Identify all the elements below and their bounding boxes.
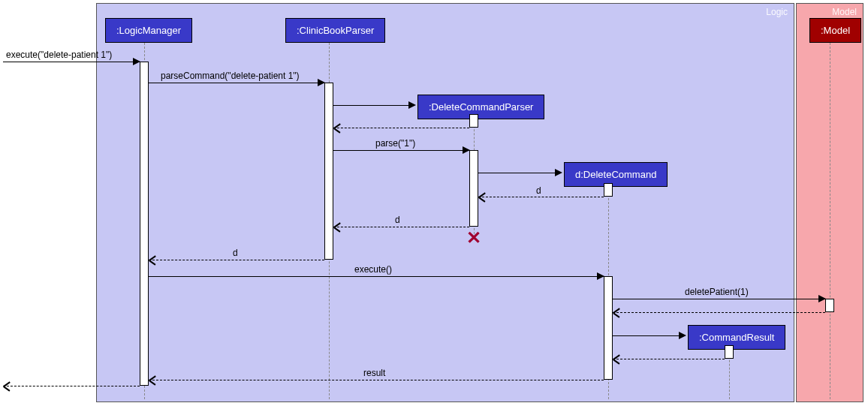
msg-delete-patient-label: deletePatient(1) [685,287,749,297]
arrow-icon [463,146,470,154]
msg-return-d-2 [333,227,469,227]
msg-return-d-2-label: d [395,215,400,225]
activation-delete-command-2 [604,276,613,380]
msg-create-dcp [333,105,414,106]
participant-logic-manager-label: :LogicManager [116,25,181,36]
msg-execute-in [3,62,140,62]
sequence-diagram: Logic Model :LogicManager :ClinicBookPar… [0,0,868,406]
msg-return-d-3 [149,260,324,260]
msg-result-label: result [363,368,385,378]
msg-create-dc [478,173,561,173]
arrow-icon [133,58,140,65]
destroy-icon: ✕ [466,227,481,248]
msg-return-model [613,312,825,313]
arrow-icon [597,272,604,280]
arrow-icon [613,359,620,359]
package-logic-label: Logic [766,7,788,17]
activation-logic-manager [140,62,149,386]
arrow-icon [333,128,341,128]
lifeline-model [830,39,830,399]
msg-result [149,380,604,380]
arrow-icon [149,380,156,380]
participant-model-label: :Model [821,25,850,36]
msg-parse-1 [333,150,469,151]
participant-clinic-book-parser-label: :ClinicBookParser [297,25,374,36]
participant-delete-command-label: d:DeleteCommand [575,169,656,180]
msg-create-cr [613,335,685,336]
participant-delete-command-parser-label: :DeleteCommandParser [429,101,533,113]
msg-return-cr [613,359,725,359]
arrow-icon [555,169,562,176]
arrow-icon [478,197,486,197]
participant-clinic-book-parser: :ClinicBookParser [285,18,385,43]
msg-return-out [3,386,140,386]
package-model-label: Model [832,7,857,17]
activation-delete-command-1 [604,183,613,197]
arrow-icon [613,312,620,313]
activation-model [825,299,834,312]
msg-return-d-1-label: d [536,185,541,196]
participant-delete-command-parser: :DeleteCommandParser [417,95,544,119]
arrow-icon [3,386,11,386]
msg-parse-1-label: parse("1") [375,138,415,149]
arrow-icon [333,227,341,227]
activation-command-result [725,345,734,359]
arrow-icon [679,332,686,339]
participant-command-result: :CommandResult [688,325,785,350]
participant-delete-command: d:DeleteCommand [564,162,668,187]
arrow-icon [818,295,826,302]
msg-execute-label: execute() [354,264,392,275]
participant-command-result-label: :CommandResult [699,332,774,343]
msg-execute-in-label: execute("delete-patient 1") [6,50,112,60]
activation-clinic-book-parser [324,83,333,260]
msg-parse-command [149,83,324,83]
participant-model: :Model [809,18,861,43]
participant-logic-manager: :LogicManager [105,18,192,43]
arrow-icon [408,101,416,109]
msg-execute [149,276,604,277]
arrow-icon [149,260,156,260]
msg-return-d-3-label: d [233,248,238,258]
activation-delete-command-parser-2 [469,150,478,227]
arrow-icon [318,79,325,86]
msg-return-d-1 [478,197,604,197]
activation-delete-command-parser-1 [469,114,478,128]
msg-return-dcp [333,128,469,128]
msg-parse-command-label: parseCommand("delete-patient 1") [161,71,300,81]
msg-delete-patient [613,299,825,299]
